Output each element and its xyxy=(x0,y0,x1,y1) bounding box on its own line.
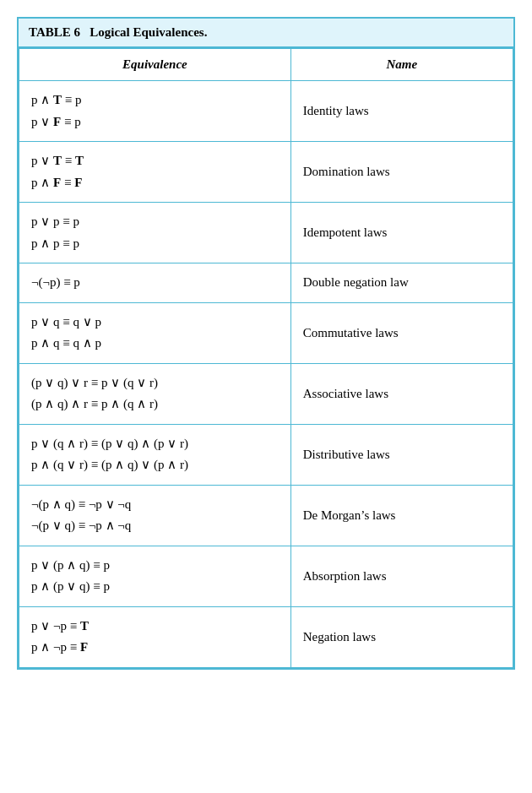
equivalence-cell: p ∧ T ≡ pp ∨ F ≡ p xyxy=(19,81,291,142)
equivalence-line: p ∧ F ≡ F xyxy=(31,172,279,194)
table-row: p ∧ T ≡ pp ∨ F ≡ pIdentity laws xyxy=(19,81,513,142)
equivalence-line: p ∧ p ≡ p xyxy=(31,233,279,255)
equivalence-cell: p ∨ (p ∧ q) ≡ pp ∧ (p ∨ q) ≡ p xyxy=(19,546,291,606)
equivalence-line: p ∨ F ≡ p xyxy=(31,111,279,133)
table-row: (p ∨ q) ∨ r ≡ p ∨ (q ∨ r)(p ∧ q) ∧ r ≡ p… xyxy=(19,363,513,424)
table-row: ¬(p ∧ q) ≡ ¬p ∨ ¬q¬(p ∨ q) ≡ ¬p ∧ ¬qDe M… xyxy=(19,485,513,546)
name-cell: Associative laws xyxy=(290,363,513,424)
equivalence-cell: ¬(p ∧ q) ≡ ¬p ∨ ¬q¬(p ∨ q) ≡ ¬p ∧ ¬q xyxy=(19,485,291,546)
equivalence-cell: p ∨ q ≡ q ∨ pp ∧ q ≡ q ∧ p xyxy=(19,302,291,363)
name-cell: Absorption laws xyxy=(290,546,513,606)
name-cell: Distributive laws xyxy=(290,424,513,485)
equivalence-cell: p ∨ p ≡ pp ∧ p ≡ p xyxy=(19,203,291,263)
table-row: p ∨ q ≡ q ∨ pp ∧ q ≡ q ∧ pCommutative la… xyxy=(19,302,513,363)
name-cell: Negation laws xyxy=(290,606,513,667)
table-number: TABLE 6 xyxy=(29,25,80,39)
name-cell: Domination laws xyxy=(290,142,513,203)
equivalence-line: p ∨ (q ∧ r) ≡ (p ∨ q) ∧ (p ∨ r) xyxy=(31,433,279,455)
name-cell: Commutative laws xyxy=(290,302,513,363)
equivalence-line: (p ∧ q) ∧ r ≡ p ∧ (q ∧ r) xyxy=(31,394,279,416)
equivalence-cell: p ∨ (q ∧ r) ≡ (p ∨ q) ∧ (p ∨ r)p ∧ (q ∨ … xyxy=(19,424,291,485)
equivalence-line: (p ∨ q) ∨ r ≡ p ∨ (q ∨ r) xyxy=(31,372,279,394)
col-header-name: Name xyxy=(290,49,513,81)
table-row: ¬(¬p) ≡ pDouble negation law xyxy=(19,263,513,303)
equivalence-cell: ¬(¬p) ≡ p xyxy=(19,263,291,303)
equivalence-line: p ∨ ¬p ≡ T xyxy=(31,616,279,638)
equivalence-line: p ∨ (p ∧ q) ≡ p xyxy=(31,555,279,577)
equivalence-line: p ∧ (q ∨ r) ≡ (p ∧ q) ∨ (p ∧ r) xyxy=(31,454,279,476)
equivalence-line: p ∧ q ≡ q ∧ p xyxy=(31,333,279,355)
name-cell: Idempotent laws xyxy=(290,203,513,263)
equivalence-line: ¬(¬p) ≡ p xyxy=(31,272,279,294)
table-row: p ∨ p ≡ pp ∧ p ≡ pIdempotent laws xyxy=(19,203,513,263)
table-row: p ∨ (q ∧ r) ≡ (p ∨ q) ∧ (p ∨ r)p ∧ (q ∨ … xyxy=(19,424,513,485)
equivalence-cell: p ∨ ¬p ≡ Tp ∧ ¬p ≡ F xyxy=(19,606,291,667)
equivalence-cell: (p ∨ q) ∨ r ≡ p ∨ (q ∨ r)(p ∧ q) ∧ r ≡ p… xyxy=(19,363,291,424)
equivalence-line: p ∧ (p ∨ q) ≡ p xyxy=(31,576,279,598)
table-row: p ∨ ¬p ≡ Tp ∧ ¬p ≡ FNegation laws xyxy=(19,606,513,667)
equivalence-line: ¬(p ∨ q) ≡ ¬p ∧ ¬q xyxy=(31,515,279,537)
equivalence-line: p ∧ ¬p ≡ F xyxy=(31,637,279,659)
equivalence-line: p ∨ q ≡ q ∨ p xyxy=(31,312,279,334)
equivalence-line: p ∧ T ≡ p xyxy=(31,90,279,111)
equivalence-line: p ∨ T ≡ T xyxy=(31,150,279,172)
table-header: TABLE 6 Logical Equivalences. xyxy=(19,19,513,48)
name-cell: Identity laws xyxy=(290,81,513,142)
equivalence-line: p ∨ p ≡ p xyxy=(31,211,279,233)
name-cell: De Morgan’s laws xyxy=(290,485,513,546)
col-header-equivalence: Equivalence xyxy=(19,49,291,81)
table-row: p ∨ (p ∧ q) ≡ pp ∧ (p ∨ q) ≡ pAbsorption… xyxy=(19,546,513,606)
equivalence-line: ¬(p ∧ q) ≡ ¬p ∨ ¬q xyxy=(31,494,279,516)
name-cell: Double negation law xyxy=(290,263,513,303)
table-title: Logical Equivalences. xyxy=(90,25,207,39)
equivalence-cell: p ∨ T ≡ Tp ∧ F ≡ F xyxy=(19,142,291,203)
logical-equivalences-table: TABLE 6 Logical Equivalences. Equivalenc… xyxy=(17,17,515,670)
table-row: p ∨ T ≡ Tp ∧ F ≡ FDomination laws xyxy=(19,142,513,203)
